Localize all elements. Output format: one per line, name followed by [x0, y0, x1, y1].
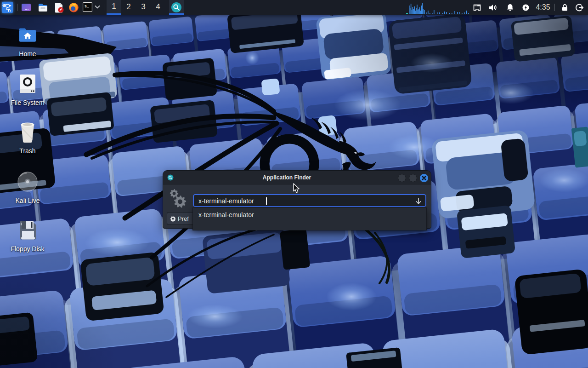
svg-text:$_: $_: [85, 4, 89, 8]
